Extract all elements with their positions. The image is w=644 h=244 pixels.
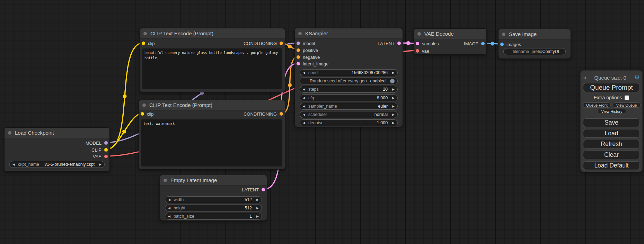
decrement-arrow-icon[interactable]: ◀ <box>168 198 170 201</box>
slot-dot-latent[interactable] <box>397 42 401 45</box>
node-title-bar[interactable]: KSampler <box>295 28 403 39</box>
collapse-dot-icon[interactable] <box>142 103 146 107</box>
collapse-dot-icon[interactable] <box>417 32 421 36</box>
view-history-button[interactable]: View History <box>597 109 626 114</box>
node-title-bar[interactable]: CLIP Text Encode (Prompt) <box>140 28 285 39</box>
node-clip-negative[interactable]: CLIP Text Encode (Prompt)clipCONDITIONIN… <box>139 100 285 170</box>
slot-dot-latent[interactable] <box>262 188 265 191</box>
node-ksampler[interactable]: KSamplermodelpositivenegativelatent_imag… <box>294 28 403 127</box>
node-title-bar[interactable]: Empty Latent Image <box>160 175 267 186</box>
increment-arrow-icon[interactable]: ▶ <box>392 88 395 91</box>
increment-arrow-icon[interactable]: ▶ <box>392 105 395 108</box>
input-slot-clip: clip <box>142 41 155 46</box>
increment-arrow-icon[interactable]: ▶ <box>392 113 395 116</box>
settings-gear-icon[interactable]: ⚙ <box>634 74 640 81</box>
increment-arrow-icon[interactable]: ▶ <box>99 163 102 166</box>
widget-batch-size[interactable]: ◀batch_size1▶ <box>165 213 262 220</box>
node-title-bar[interactable]: Save Image <box>499 29 571 39</box>
widget-width[interactable]: ◀width512▶ <box>165 196 262 203</box>
node-title-text: KSampler <box>305 30 328 36</box>
node-graph-canvas[interactable]: Load CheckpointMODELCLIPVAE◀ckpt_namev1-… <box>0 0 644 244</box>
widget-steps[interactable]: ◀steps20▶ <box>300 86 398 93</box>
decrement-arrow-icon[interactable]: ◀ <box>12 163 15 166</box>
slot-dot-vae[interactable] <box>104 155 108 158</box>
slot-dot-model[interactable] <box>297 42 300 45</box>
increment-arrow-icon[interactable]: ▶ <box>392 97 395 100</box>
slot-dot-clip[interactable] <box>141 112 144 116</box>
decrement-arrow-icon[interactable]: ◀ <box>303 88 305 91</box>
collapse-dot-icon[interactable] <box>298 32 302 35</box>
slot-dot-images[interactable] <box>500 43 504 46</box>
slot-dot-samples[interactable] <box>416 42 419 45</box>
widget-label: height <box>174 206 185 210</box>
collapse-dot-icon[interactable] <box>164 179 167 182</box>
collapse-dot-icon[interactable] <box>143 32 147 35</box>
widget-denoise[interactable]: ◀denoise1.000▶ <box>300 119 398 126</box>
node-title-bar[interactable]: CLIP Text Encode (Prompt) <box>139 100 285 110</box>
node-vae-decode[interactable]: VAE DecodesamplesvaeIMAGE <box>414 28 487 55</box>
widget-cfg[interactable]: ◀cfg8.000▶ <box>300 94 398 101</box>
widget-seed[interactable]: ◀seed156680208700286▶ <box>300 69 398 76</box>
slot-dot-vae[interactable] <box>416 49 419 53</box>
load-default-button[interactable]: Load Default <box>583 161 640 170</box>
increment-arrow-icon[interactable]: ▶ <box>256 207 259 210</box>
slot-dot-conditioning[interactable] <box>280 112 283 116</box>
node-title-bar[interactable]: VAE Decode <box>414 29 486 39</box>
slot-dot-image[interactable] <box>481 42 485 45</box>
slot-label: CLIP <box>91 147 102 153</box>
node-title-bar[interactable]: Load Checkpoint <box>5 128 109 138</box>
wire-midpoint-dot <box>288 83 292 87</box>
drag-handle-icon[interactable]: ⠿ <box>583 75 586 80</box>
slot-label: clip <box>147 111 154 117</box>
slot-dot-negative[interactable] <box>297 55 300 59</box>
refresh-button[interactable]: Refresh <box>583 140 640 148</box>
widget-height[interactable]: ◀height512▶ <box>165 205 262 211</box>
increment-arrow-icon[interactable]: ▶ <box>256 198 259 201</box>
clear-button[interactable]: Clear <box>583 151 640 159</box>
queue-front-button[interactable]: Queue Front <box>583 102 611 108</box>
output-slot-conditioning: CONDITIONING <box>244 111 283 116</box>
slot-label: LATENT <box>378 41 395 46</box>
input-slot-negative: negative <box>297 55 320 60</box>
widget-ckpt-name[interactable]: ◀ckpt_namev1-5-pruned-emaonly.ckpt▶ <box>9 161 105 168</box>
slot-dot-clip[interactable] <box>142 42 145 45</box>
widget-filename-prefix[interactable]: filename_prefixComfyUI <box>503 48 566 55</box>
prompt-textarea[interactable]: text, watermark <box>141 119 282 166</box>
extra-options-checkbox[interactable] <box>625 96 629 100</box>
widget-Random seed after every gen[interactable]: Random seed after every genenabled <box>300 78 398 84</box>
widget-scheduler[interactable]: ◀schedulernormal▶ <box>300 111 398 118</box>
slot-dot-model[interactable] <box>104 141 108 145</box>
slot-dot-clip[interactable] <box>104 148 108 152</box>
decrement-arrow-icon[interactable]: ◀ <box>303 121 305 125</box>
node-save-image[interactable]: Save Imageimagesfilename_prefixComfyUI <box>498 29 571 59</box>
collapse-dot-icon[interactable] <box>8 131 11 135</box>
collapse-dot-icon[interactable] <box>502 33 505 36</box>
wire-midpoint-dot <box>123 94 127 98</box>
decrement-arrow-icon[interactable]: ◀ <box>303 113 305 116</box>
load-button[interactable]: Load <box>583 129 640 138</box>
widget-label: steps <box>308 87 319 92</box>
slot-dot-latent_image[interactable] <box>297 62 300 65</box>
slot-dot-conditioning[interactable] <box>280 42 283 45</box>
view-queue-button[interactable]: View Queue <box>612 102 641 108</box>
node-empty-latent[interactable]: Empty Latent ImageLATENT◀width512▶◀heigh… <box>160 175 267 221</box>
increment-arrow-icon[interactable]: ▶ <box>392 71 395 74</box>
queue-prompt-button[interactable]: Queue Prompt <box>583 83 640 92</box>
wire-midpoint-dot <box>288 45 292 48</box>
increment-arrow-icon[interactable]: ▶ <box>392 121 395 125</box>
decrement-arrow-icon[interactable]: ◀ <box>168 215 170 218</box>
toggle-dot[interactable] <box>390 79 395 83</box>
increment-arrow-icon[interactable]: ▶ <box>256 215 259 218</box>
slot-dot-positive[interactable] <box>297 48 300 52</box>
decrement-arrow-icon[interactable]: ◀ <box>168 207 170 210</box>
decrement-arrow-icon[interactable]: ◀ <box>303 105 305 108</box>
widget-sampler-name[interactable]: ◀sampler_nameeuler▶ <box>300 103 398 110</box>
wire-midpoint-dot <box>491 42 494 46</box>
prompt-textarea[interactable]: beautiful scenery nature glass bottle la… <box>142 48 282 89</box>
decrement-arrow-icon[interactable]: ◀ <box>303 97 305 100</box>
save-button[interactable]: Save <box>583 118 640 127</box>
node-load-checkpoint[interactable]: Load CheckpointMODELCLIPVAE◀ckpt_namev1-… <box>4 127 110 172</box>
widget-label: Random seed after every gen <box>310 79 367 83</box>
decrement-arrow-icon[interactable]: ◀ <box>303 71 305 74</box>
node-clip-positive[interactable]: CLIP Text Encode (Prompt)clipCONDITIONIN… <box>140 28 285 92</box>
